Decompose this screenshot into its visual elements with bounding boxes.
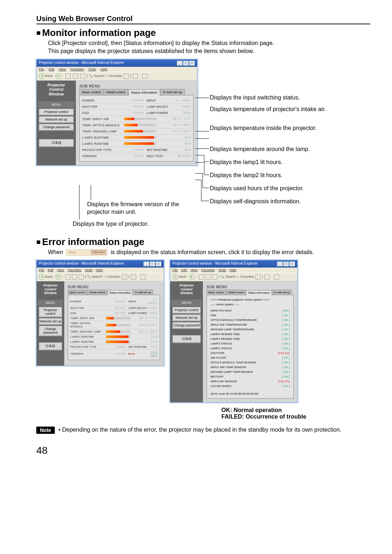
selftest-click-here[interactable]: Click here! <box>148 350 158 357</box>
window-title-text: Projector control window - Microsoft Int… <box>39 61 124 66</box>
callout-inside: Displays temperature inside the projecto… <box>210 125 330 132</box>
value-temp-around-lamp: 37° C / 98° F <box>159 130 191 133</box>
menu-favorites[interactable]: Favorites <box>70 68 84 71</box>
tab-status[interactable]: Status information <box>128 89 160 96</box>
checksys-title: ==== Panasonic projector check system ==… <box>209 297 291 302</box>
label-power: POWER <box>82 99 122 102</box>
value-temp-input-air: 25° C / 77° F <box>159 117 191 121</box>
bar-lamp2-runtime <box>124 142 156 145</box>
sidebar: Projector Control Window MENU Projector … <box>37 81 76 165</box>
sidebar-network-setup[interactable]: Network set up <box>39 116 74 123</box>
tab-basic[interactable]: Basic control <box>79 89 103 95</box>
error-item: LAMP1 REMAIN TIME[ OK ] <box>209 337 291 341</box>
back-label[interactable]: Back <box>45 74 53 78</box>
callout-firmware: Displays the firmware version of the pro… <box>87 201 196 216</box>
callout-lamp2: Displays the lamp2 lit hours. <box>210 172 282 179</box>
error-item: INPUT AIR TEMPERATURE[ OK ] <box>209 322 291 327</box>
error-pretext: When <box>48 249 65 255</box>
note-text: • Depending on the nature of the error, … <box>58 427 370 433</box>
ie-toolbar[interactable]: ◄Back · ► · | 🔍 Search ☆ Favorites | · <box>37 72 197 81</box>
sidebar-japanese[interactable]: 日本語 <box>39 139 74 147</box>
row-shutter: SHUTTER ON OFF LAMP SELECT DUAL <box>82 104 191 110</box>
sidebar-network-setup-sm[interactable]: Network set up <box>39 318 62 325</box>
callout-input: Displays the input switching status. <box>210 94 300 102</box>
favorites-label[interactable]: Favorites <box>109 74 122 78</box>
error-item: SHUTTER[FAILED] <box>209 351 291 355</box>
error-item: OPTICS MODULE TEMP.SENSOR[ OK ] <box>209 360 291 365</box>
value-lamp1-runtime: 12 H <box>159 136 191 139</box>
error-posttext: is displayed on the status information s… <box>111 249 314 255</box>
legend-ok: OK: Normal operation <box>221 407 370 414</box>
intro-line-2: This page displays the projector statuse… <box>48 48 254 54</box>
menu-view[interactable]: View <box>59 68 66 71</box>
label-lamp1-runtime: LAMP1 RUNTIME <box>82 136 122 139</box>
label-set-runtime: SET RUNTIME <box>147 148 168 152</box>
sidebar-japanese-sm[interactable]: 日本語 <box>39 342 62 350</box>
error-item: OPTICS MODULE TEMPERATURE[ OK ] <box>209 318 291 322</box>
bar-lamp1-runtime <box>124 136 156 139</box>
sidebar-projector-control[interactable]: Projector control <box>39 109 74 115</box>
value-selftest: No errors <box>168 154 191 158</box>
menu-edit[interactable]: Edit <box>49 68 54 71</box>
row-power: POWER ON OFF INPUT S - VIDEO <box>82 98 191 104</box>
window-controls[interactable]: _□× <box>176 61 195 66</box>
forward-icon[interactable]: ► <box>56 73 61 79</box>
home-icon[interactable] <box>80 74 85 79</box>
error-item: AROUND LAMP TEMPERATURE[ OK ] <box>209 327 291 332</box>
window-titlebar: Projector control window - Microsoft Int… <box>37 60 197 67</box>
stop-icon[interactable] <box>65 74 70 79</box>
label-temp-optics: TEMP. OPTICS MODULE <box>82 123 122 127</box>
error-item: BATTERY[ OK ] <box>209 374 291 379</box>
bar-temp-around-lamp <box>124 130 156 133</box>
row-version-error: VERSION0.12.00 Error Click here! <box>70 350 158 358</box>
back-icon[interactable]: ◄ <box>39 73 45 79</box>
error-item: LAMP2 STATUS[ OK ] <box>209 341 291 346</box>
menu-tools[interactable]: Tools <box>88 68 96 71</box>
menu-help[interactable]: Help <box>101 68 107 71</box>
label-temp-around-lamp: TEMP. AROUND LAMP <box>82 130 122 133</box>
row-osd: OSD ON OFF LAMP POWER HIGH <box>82 110 191 116</box>
sidebar-change-password-sm[interactable]: Change password <box>39 326 62 336</box>
row-lamp1-runtime: LAMP1 RUNTIME 12 H <box>82 135 191 141</box>
mail-icon[interactable] <box>133 74 138 79</box>
refresh-icon[interactable] <box>73 74 78 79</box>
tab-detail[interactable]: Detail control <box>104 89 128 95</box>
tab-email[interactable]: E-mail set up <box>160 89 185 95</box>
error-item: COLOR WHEEL[ OK ] <box>209 384 291 388</box>
ie-menubar[interactable]: File Edit View Favorites Tools Help <box>37 67 197 72</box>
value-lamp2-runtime: 12 H <box>159 142 191 145</box>
history-icon[interactable] <box>124 74 129 79</box>
value-osd: ON OFF <box>122 111 147 114</box>
error-item: LAMP2 REMAIN TIME[ OK ] <box>209 332 291 337</box>
ie-window-small-error: Projector control window - Microsoft Int… <box>170 260 298 403</box>
row-lamp2-runtime: LAMP2 RUNTIME 12 H <box>82 141 191 147</box>
value-power: ON OFF <box>122 99 147 102</box>
error-banner-text: Error <box>69 250 76 254</box>
note-badge: Note <box>36 427 55 434</box>
value-lamppower: HIGH <box>168 111 191 114</box>
label-selftest: SELF TEST <box>147 154 168 158</box>
label-input: INPUT <box>147 99 168 102</box>
intro-line-1: Click [Projector control], then [Status … <box>48 40 274 46</box>
callout-lamp1: Displays the lamp1 lit hours. <box>210 159 282 166</box>
section-header: Using Web Browser Control <box>36 15 370 24</box>
sidebar-projector-control-sm[interactable]: Projector control <box>39 307 62 317</box>
label-lamppower: LAMP POWER <box>147 111 168 115</box>
value-set-runtime: 13 H <box>168 148 191 151</box>
error-banner-click[interactable]: Click here! <box>91 250 106 254</box>
label-projector-type: PROJECTOR TYPE <box>82 148 122 152</box>
search-label[interactable]: Search <box>94 74 104 78</box>
error-item: FAN[ OK ] <box>209 313 291 318</box>
value-projector-type: D5600 <box>122 148 147 151</box>
status-panel: POWER ON OFF INPUT S - VIDEO SHUTTER ON … <box>79 95 193 162</box>
error-item: INPUT AIR TEMP.SENSOR[ OK ] <box>209 365 291 370</box>
callout-self: Displays self-diagnosis information. <box>210 198 301 205</box>
menu-file[interactable]: File <box>39 68 44 71</box>
sidebar-change-password[interactable]: Change password <box>39 124 74 130</box>
bar-temp-optics <box>124 124 156 126</box>
print-icon[interactable] <box>142 74 147 79</box>
row-version: VERSION 0.12.00 SELF TEST No errors <box>82 153 191 159</box>
row-temp-around-lamp: TEMP. AROUND LAMP 37° C / 98° F <box>82 129 191 135</box>
bar-temp-input-air <box>124 118 156 120</box>
tab-bar: Basic control Detail control Status info… <box>79 89 193 95</box>
